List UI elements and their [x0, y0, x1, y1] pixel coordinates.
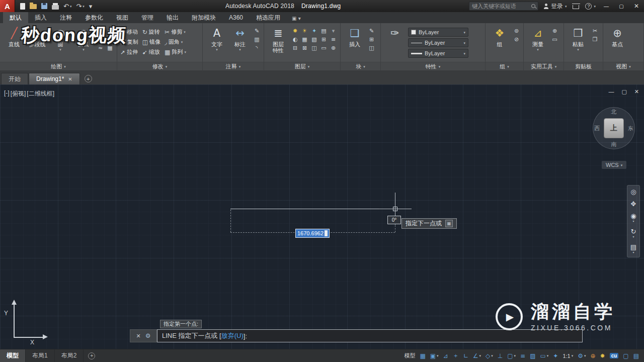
grid-display-toggle[interactable]: ▦	[420, 352, 425, 359]
small-tool-icon[interactable]: ⊙	[97, 36, 104, 43]
view-control-button[interactable]: [俯视]	[11, 89, 26, 98]
small-tool-icon[interactable]: ⊕	[330, 45, 337, 51]
ribbon-display-toggle[interactable]: ▣ ▾	[292, 16, 301, 23]
annotation-monitor-toggle[interactable]: ⊕	[591, 352, 596, 359]
infer-constraints-toggle[interactable]: ⊿	[443, 352, 448, 359]
selection-cycling-toggle[interactable]: ▭▾	[540, 352, 549, 359]
app-store-button[interactable]	[573, 4, 579, 9]
small-tool-icon[interactable]: ◝	[253, 45, 261, 51]
file-tab-0[interactable]: 开始	[1, 73, 28, 84]
paste-tool[interactable]: ❒粘贴▾	[567, 25, 589, 51]
small-tool-icon[interactable]: ◫	[310, 45, 318, 51]
doc-minimize-button[interactable]: —	[608, 88, 614, 95]
commandline-input[interactable]: LINE 指定下一点或 [放弃(U)]:	[157, 329, 583, 342]
prompt-options-icon[interactable]: ▦	[445, 220, 453, 227]
object-snap-tracking-toggle[interactable]: ⊥	[498, 352, 503, 359]
wcs-dropdown[interactable]: WCS ▾	[602, 161, 626, 169]
small-tool-icon[interactable]: ▭	[551, 36, 558, 43]
small-tool-icon[interactable]: ▥	[253, 36, 261, 43]
layout-tab-2[interactable]: 布局2	[55, 349, 84, 362]
small-tool-icon[interactable]: ☀	[301, 28, 308, 34]
isolate-objects-toggle[interactable]: ✸	[600, 352, 605, 359]
dynamic-input-toggle[interactable]: ＋	[453, 351, 459, 360]
small-tool-icon[interactable]: ≡	[330, 36, 337, 43]
model-space-toggle[interactable]: 模型	[404, 352, 415, 359]
lineweight-display-toggle[interactable]: ≡	[520, 352, 525, 359]
ribbon-tab-8[interactable]: A360	[222, 12, 250, 23]
qat-customize-button[interactable]: ▾	[89, 0, 93, 12]
small-tool-icon[interactable]: ▧	[310, 36, 318, 43]
maximize-button[interactable]: ▢	[614, 0, 629, 12]
dimension-tool[interactable]: ↔标注▾	[229, 25, 251, 51]
ribbon-panel-label-3[interactable]: 图层▾	[264, 62, 340, 70]
isometric-drafting-toggle[interactable]: ◇▾	[486, 352, 493, 359]
stretch-tool[interactable]: ➚拉伸	[120, 48, 138, 56]
viewcube-east-label[interactable]: 东	[628, 125, 633, 132]
minimize-button[interactable]: —	[599, 0, 614, 12]
object-snap-toggle[interactable]: ▢▾	[507, 352, 516, 359]
orbit-icon[interactable]: ↻▾	[631, 228, 636, 238]
ribbon-panel-label-4[interactable]: 块▾	[341, 62, 380, 70]
small-tool-icon[interactable]: ⊟	[291, 45, 299, 51]
open-file-button[interactable]	[30, 0, 37, 12]
move-tool[interactable]: ✥移动	[120, 28, 138, 36]
ribbon-tab-6[interactable]: 输出	[160, 12, 185, 23]
line-tool[interactable]: ╱直线	[3, 25, 25, 51]
small-tool-icon[interactable]: ⊚	[513, 28, 520, 34]
small-tool-icon[interactable]: ▦	[301, 36, 308, 43]
group-tool[interactable]: ❖组	[489, 25, 511, 47]
undo-button[interactable]: ↶▾	[63, 0, 71, 12]
transparency-toggle[interactable]: ▨	[530, 352, 535, 359]
small-tool-icon[interactable]: ✎	[253, 28, 261, 34]
ortho-mode-toggle[interactable]: ∟	[463, 352, 468, 359]
trim-tool[interactable]: ✂修剪▾	[165, 28, 186, 36]
insert-block-tool[interactable]: ❑插入	[344, 25, 366, 47]
small-tool-icon[interactable]: ≈	[97, 45, 104, 51]
customization-menu-button[interactable]: ▤	[633, 352, 639, 359]
visual-style-button[interactable]: [二维线框]	[27, 89, 54, 98]
ribbon-tab-2[interactable]: 注释	[53, 12, 78, 23]
linetype-dropdown[interactable]: ByLayer▾	[408, 38, 468, 47]
plot-button[interactable]	[52, 0, 59, 12]
zoom-icon[interactable]: ◉▾	[630, 213, 636, 223]
base-point-tool[interactable]: ⊕基点	[606, 25, 628, 47]
ribbon-tab-5[interactable]: 管理	[135, 12, 160, 23]
ribbon-panel-label-9[interactable]: 视图▾	[603, 62, 643, 70]
search-input[interactable]	[472, 3, 531, 9]
circle-tool[interactable]: ○圆▾	[49, 25, 71, 51]
small-tool-icon[interactable]: ▧	[106, 36, 114, 43]
new-file-button[interactable]	[20, 0, 25, 12]
array-tool[interactable]: ▦阵列▾	[165, 48, 186, 56]
help-button[interactable]: ? ▾	[585, 3, 596, 10]
workspace-switcher[interactable]: ⚙▾	[578, 352, 586, 359]
ribbon-panel-label-7[interactable]: 实用工具▾	[524, 62, 564, 70]
commandline-customize-icon[interactable]: ⚙	[145, 332, 151, 339]
copy-tool[interactable]: ❐复制	[120, 38, 138, 46]
small-tool-icon[interactable]: ◇	[106, 28, 114, 34]
clean-screen-toggle[interactable]: ▢	[623, 352, 628, 359]
layout-tab-0[interactable]: 模型	[0, 349, 26, 362]
ribbon-panel-label-1[interactable]: 修改▾	[117, 62, 202, 70]
dynamic-input-length-field[interactable]: 1670.6962	[295, 229, 330, 238]
annotation-visibility-toggle[interactable]: ✦	[553, 352, 558, 359]
mirror-tool[interactable]: ◫镜像	[142, 38, 160, 46]
show-motion-icon[interactable]: ▤▾	[630, 244, 636, 254]
match-properties-tool[interactable]: ✑	[384, 25, 406, 41]
new-layout-button[interactable]: +	[88, 352, 95, 359]
drawing-canvas[interactable]: [-] [俯视] [二维线框] — ▢ ✕ 北 南 西 东 上 WCS ▾ ◎✥…	[0, 84, 644, 349]
search-box[interactable]	[469, 2, 538, 11]
close-button[interactable]: ✕	[629, 0, 644, 12]
small-tool-icon[interactable]: ✸	[291, 28, 299, 34]
arc-tool[interactable]: ◠圆弧▾	[72, 25, 95, 51]
pan-icon[interactable]: ✥	[631, 201, 636, 207]
snap-mode-toggle[interactable]: ▣▾	[430, 352, 439, 359]
commandline-handle[interactable]: ✕ ⚙	[130, 329, 157, 342]
file-tab-1[interactable]: Drawing1*✕	[29, 73, 80, 84]
lineweight-dropdown[interactable]: ByLayer▾	[408, 49, 468, 58]
ribbon-tab-7[interactable]: 附加模块	[185, 12, 222, 23]
file-tab-close-icon[interactable]: ✕	[68, 76, 72, 82]
ribbon-tab-0[interactable]: 默认	[3, 12, 28, 23]
polyline-tool[interactable]: ∿多段线	[26, 25, 48, 51]
ribbon-tab-1[interactable]: 插入	[28, 12, 53, 23]
small-tool-icon[interactable]: ▦	[106, 45, 114, 51]
